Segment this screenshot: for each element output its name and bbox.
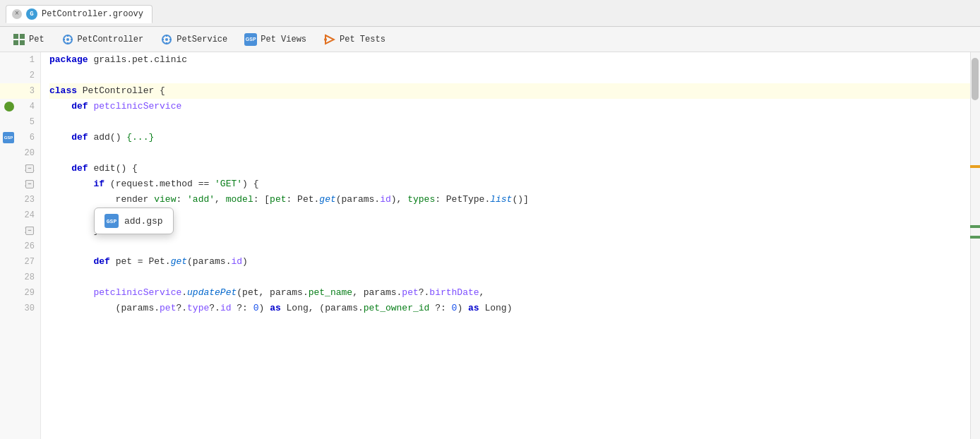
svg-rect-12 bbox=[166, 35, 167, 37]
svg-rect-2 bbox=[13, 40, 18, 45]
line-num-4: 4 bbox=[0, 99, 40, 114]
breadcrumb-petcontroller[interactable]: PetController bbox=[54, 30, 151, 49]
scrollbar-marker-orange bbox=[970, 165, 980, 168]
editor-container: 1 2 3 4 5 GSP 6 20 − 21 − 22 23 24 bbox=[0, 52, 980, 439]
line-num-28: 28 bbox=[0, 270, 40, 285]
svg-point-5 bbox=[66, 38, 69, 41]
line-num-24: 24 bbox=[0, 208, 40, 223]
close-tab-button[interactable]: × bbox=[12, 9, 22, 19]
code-line-26 bbox=[49, 239, 970, 254]
svg-point-17 bbox=[324, 38, 327, 41]
tab-title: PetController.groovy bbox=[42, 9, 143, 19]
editor-tab[interactable]: × G PetController.groovy bbox=[6, 5, 153, 23]
breakpoint-4[interactable] bbox=[4, 102, 14, 112]
breadcrumb-pettests-label: Pet Tests bbox=[340, 35, 386, 44]
code-line-24: return bbox=[49, 208, 970, 223]
svg-rect-1 bbox=[20, 34, 25, 39]
code-line-22: if (request.method == 'GET') { bbox=[49, 176, 970, 192]
code-line-1: package grails.pet.clinic bbox=[49, 52, 970, 68]
line-num-25: − 25 bbox=[0, 223, 40, 239]
line-num-30: 30 bbox=[0, 301, 40, 316]
groovy-icon: G bbox=[26, 8, 37, 20]
fold-25[interactable]: − bbox=[25, 227, 34, 235]
code-area[interactable]: package grails.pet.clinic class PetContr… bbox=[41, 52, 970, 439]
code-line-3: class PetController { bbox=[49, 83, 970, 99]
svg-rect-7 bbox=[67, 42, 68, 44]
line-number-gutter: 1 2 3 4 5 GSP 6 20 − 21 − 22 23 24 bbox=[0, 52, 41, 439]
tooltip-popup: GSP add.gsp bbox=[94, 208, 174, 234]
breadcrumb-pet[interactable]: Pet bbox=[6, 30, 52, 49]
svg-rect-13 bbox=[166, 42, 167, 44]
scrollbar-thumb[interactable] bbox=[972, 58, 979, 100]
line-num-5: 5 bbox=[0, 114, 40, 130]
line-num-23: 23 bbox=[0, 192, 40, 208]
line-num-22: − 22 bbox=[0, 176, 40, 192]
svg-rect-8 bbox=[63, 39, 65, 40]
code-line-27: def pet = Pet.get(params.id) bbox=[49, 254, 970, 270]
line-num-1: 1 bbox=[0, 52, 40, 68]
breadcrumb-pet-label: Pet bbox=[29, 35, 44, 44]
code-line-2 bbox=[49, 68, 970, 83]
svg-rect-15 bbox=[169, 39, 172, 40]
scrollbar-marker-green bbox=[970, 225, 980, 228]
table-icon bbox=[13, 33, 25, 46]
code-line-25: } bbox=[49, 223, 970, 239]
controller-icon bbox=[61, 33, 74, 46]
breadcrumb-petviews-label: Pet Views bbox=[261, 35, 306, 44]
code-line-28 bbox=[49, 270, 970, 285]
code-line-21: def edit() { bbox=[49, 161, 970, 176]
breadcrumb-bar: Pet PetController bbox=[0, 27, 980, 52]
line-num-2: 2 bbox=[0, 68, 40, 83]
code-line-4: def petclinicService bbox=[49, 99, 970, 114]
code-line-23: render view: 'add', model: [pet: Pet.get… bbox=[49, 192, 970, 208]
breadcrumb-petservice[interactable]: PetService bbox=[153, 30, 234, 49]
fold-22[interactable]: − bbox=[25, 180, 34, 188]
svg-rect-6 bbox=[67, 35, 68, 37]
vertical-scrollbar[interactable] bbox=[970, 52, 980, 439]
breadcrumb-petcontroller-label: PetController bbox=[78, 35, 144, 44]
svg-rect-9 bbox=[71, 39, 73, 40]
svg-rect-3 bbox=[20, 40, 25, 45]
breadcrumb-petservice-label: PetService bbox=[177, 35, 227, 44]
title-bar: × G PetController.groovy bbox=[0, 0, 980, 27]
code-line-30: (params.pet?.type?.id ?: 0) as Long, (pa… bbox=[49, 301, 970, 316]
gsp-views-icon: GSP bbox=[244, 33, 257, 46]
code-line-5 bbox=[49, 114, 970, 130]
line-num-6: GSP 6 bbox=[0, 130, 40, 145]
code-line-20 bbox=[49, 145, 970, 161]
breadcrumb-pettests[interactable]: Pet Tests bbox=[316, 30, 393, 49]
line-num-3: 3 bbox=[0, 83, 40, 99]
code-line-6: def add() {...} bbox=[49, 130, 970, 145]
code-line-29: petclinicService.updatePet(pet, params.p… bbox=[49, 285, 970, 301]
scrollbar-marker-green2 bbox=[970, 236, 980, 239]
line-num-27: 27 bbox=[0, 254, 40, 270]
breadcrumb-petviews[interactable]: GSP Pet Views bbox=[237, 30, 313, 49]
gsp-gutter-icon: GSP bbox=[3, 132, 14, 143]
fold-21[interactable]: − bbox=[25, 164, 34, 173]
line-num-29: 29 bbox=[0, 285, 40, 301]
tests-icon bbox=[323, 33, 336, 46]
line-num-21: − 21 bbox=[0, 161, 40, 176]
service-icon bbox=[160, 33, 173, 46]
line-num-20: 20 bbox=[0, 145, 40, 161]
svg-point-11 bbox=[165, 38, 168, 41]
line-num-26: 26 bbox=[0, 239, 40, 254]
svg-rect-14 bbox=[162, 39, 164, 40]
tooltip-label: add.gsp bbox=[124, 216, 163, 227]
tooltip-gsp-icon: GSP bbox=[104, 214, 119, 228]
svg-rect-0 bbox=[13, 34, 18, 39]
